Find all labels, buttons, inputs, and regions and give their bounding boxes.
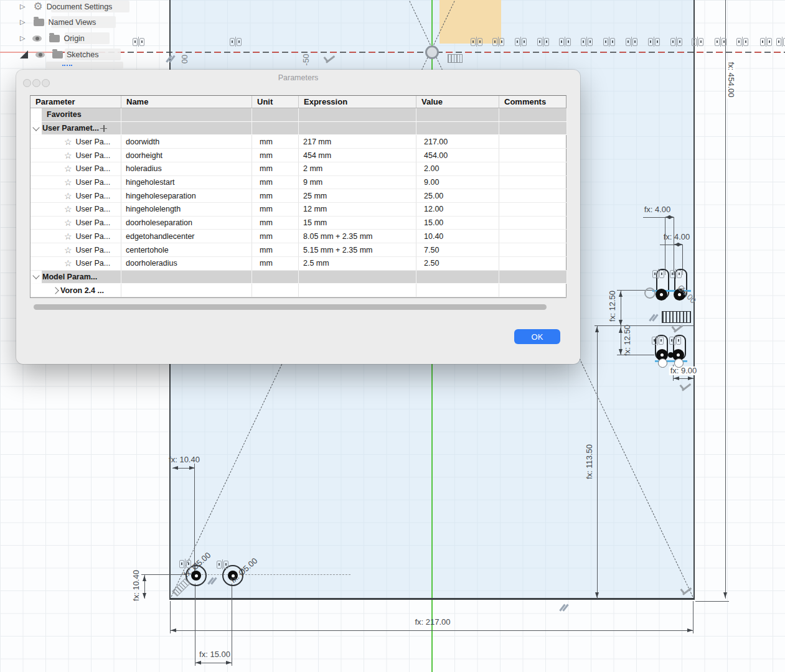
symmetry-constraint-icon[interactable] bbox=[670, 269, 682, 279]
symmetry-constraint-icon[interactable] bbox=[133, 37, 144, 47]
dim-label-slot-4b[interactable]: fx: 4.00 bbox=[664, 233, 690, 241]
param-unit-cell[interactable]: mm bbox=[252, 259, 273, 268]
symmetry-constraint-icon[interactable] bbox=[559, 37, 571, 47]
chevron-down-icon[interactable] bbox=[32, 273, 39, 279]
expand-arrow-icon[interactable]: ▷ bbox=[20, 35, 25, 42]
symmetry-constraint-icon[interactable] bbox=[715, 37, 726, 47]
symmetry-constraint-icon[interactable] bbox=[736, 37, 748, 47]
param-expression-cell[interactable]: 12 mm bbox=[299, 205, 327, 213]
param-expression-cell[interactable]: 217 mm bbox=[299, 138, 331, 146]
dim-line-217[interactable] bbox=[170, 630, 693, 631]
tangent-constraint-icon[interactable] bbox=[680, 381, 693, 394]
tree-item-document-settings[interactable]: ▷ ⚙ Document Settings bbox=[20, 1, 112, 12]
symmetry-constraint-icon[interactable] bbox=[760, 37, 772, 47]
x-axis-construction-line[interactable] bbox=[60, 52, 785, 53]
dim-label-edge-to-handle-h[interactable]: fx: 10.40 bbox=[169, 455, 200, 464]
param-expression-cell[interactable]: 5.15 mm + 2.35 mm bbox=[299, 246, 373, 254]
tree-item-label[interactable]: Sketches bbox=[67, 50, 98, 59]
chevron-down-icon[interactable] bbox=[32, 124, 39, 131]
section-row[interactable]: User Paramet... bbox=[31, 122, 566, 136]
favorite-star-icon[interactable]: ☆ bbox=[64, 177, 72, 187]
param-name-cell[interactable]: doorholeradius bbox=[121, 259, 177, 268]
symmetry-constraint-icon[interactable] bbox=[652, 335, 664, 345]
param-unit-cell[interactable]: mm bbox=[252, 218, 273, 227]
symmetry-constraint-icon[interactable] bbox=[669, 335, 681, 345]
col-header-comments[interactable]: Comments bbox=[499, 96, 567, 108]
col-header-parameter[interactable]: Parameter bbox=[31, 96, 121, 108]
expand-arrow-icon[interactable]: ▷ bbox=[20, 19, 25, 26]
symmetry-constraint-icon[interactable] bbox=[670, 37, 682, 47]
tree-item-label[interactable]: Named Views bbox=[48, 18, 96, 27]
parallel-constraint-icon[interactable] bbox=[166, 54, 176, 64]
param-unit-cell[interactable]: mm bbox=[252, 178, 273, 187]
favorite-star-icon[interactable]: ☆ bbox=[64, 218, 72, 228]
parameter-row[interactable]: ☆User Pa...doorwidthmm217 mm217.00 bbox=[31, 135, 566, 149]
dim-label-hinge-start[interactable]: fx: 9.00 bbox=[669, 366, 698, 375]
symmetry-constraint-icon[interactable] bbox=[581, 37, 593, 47]
tree-item-sketches[interactable]: Sketches bbox=[20, 49, 98, 60]
param-value-cell[interactable]: 12.00 bbox=[416, 205, 443, 213]
active-edit-triangle-icon[interactable] bbox=[20, 50, 28, 58]
param-value-cell[interactable]: 7.50 bbox=[416, 246, 439, 254]
param-unit-cell[interactable]: mm bbox=[252, 164, 273, 173]
parallel-constraint-icon[interactable] bbox=[559, 603, 569, 613]
param-value-cell[interactable]: 2.50 bbox=[416, 259, 439, 268]
param-name-cell[interactable]: hingeholelength bbox=[121, 205, 181, 213]
dim-line-454[interactable] bbox=[725, 0, 726, 599]
param-unit-cell[interactable]: mm bbox=[252, 151, 273, 160]
param-expression-cell[interactable]: 15 mm bbox=[299, 218, 327, 227]
param-name-cell[interactable]: hingeholeseparation bbox=[121, 192, 196, 200]
symmetry-constraint-icon[interactable] bbox=[603, 37, 615, 47]
hinge-end-circle[interactable] bbox=[674, 358, 684, 368]
param-name-cell[interactable]: edgetohandlecenter bbox=[121, 232, 195, 241]
dim-label-door-height[interactable]: fx: 454.00 bbox=[726, 60, 735, 98]
col-header-unit[interactable]: Unit bbox=[252, 96, 299, 108]
symmetry-constraint-icon[interactable] bbox=[471, 37, 482, 47]
favorite-star-icon[interactable]: ☆ bbox=[64, 231, 72, 241]
favorite-star-icon[interactable]: ☆ bbox=[64, 204, 72, 214]
origin-point[interactable] bbox=[425, 45, 439, 59]
param-value-cell[interactable]: 15.00 bbox=[416, 218, 443, 227]
param-name-cell[interactable]: doorholeseparation bbox=[121, 218, 192, 227]
param-name-cell[interactable]: holeradius bbox=[121, 164, 162, 173]
param-value-cell[interactable]: 2.00 bbox=[416, 164, 439, 173]
parameter-row[interactable]: ☆User Pa...centertoholemm5.15 mm + 2.35 … bbox=[31, 243, 566, 257]
param-value-cell[interactable]: 10.40 bbox=[416, 232, 443, 241]
param-value-cell[interactable]: 217.00 bbox=[416, 138, 448, 146]
parameter-row[interactable]: ☆User Pa...doorholeseparationmm15 mm15.0… bbox=[31, 217, 566, 230]
tangent-constraint-icon[interactable] bbox=[672, 322, 685, 336]
param-expression-cell[interactable]: 2.5 mm bbox=[299, 259, 329, 268]
favorite-star-icon[interactable]: ☆ bbox=[64, 137, 72, 147]
section-row[interactable]: Model Param... bbox=[31, 271, 566, 284]
hinge-hole-a1[interactable] bbox=[656, 289, 667, 301]
parallel-constraint-icon[interactable] bbox=[207, 576, 217, 586]
parameter-row[interactable]: ☆User Pa...doorheightmm454 mm454.00 bbox=[31, 149, 566, 162]
favorite-star-icon[interactable]: ☆ bbox=[64, 151, 72, 161]
symmetry-constraint-icon[interactable] bbox=[515, 37, 527, 47]
dim-line-113[interactable] bbox=[597, 326, 598, 599]
param-name-cell[interactable]: centertohole bbox=[121, 246, 169, 254]
symmetry-constraint-icon[interactable] bbox=[492, 37, 504, 47]
symmetry-constraint-icon[interactable] bbox=[217, 559, 228, 569]
chevron-right-icon[interactable] bbox=[52, 287, 59, 294]
tangent-constraint-icon[interactable] bbox=[324, 53, 337, 67]
param-expression-cell[interactable]: 9 mm bbox=[299, 178, 322, 187]
param-value-cell[interactable]: 9.00 bbox=[416, 178, 439, 187]
favorite-star-icon[interactable]: ☆ bbox=[64, 164, 72, 174]
fixed-constraint-icon[interactable] bbox=[448, 54, 463, 63]
group-row[interactable]: Voron 2.4 ... bbox=[31, 284, 566, 297]
symmetry-constraint-icon[interactable] bbox=[179, 559, 191, 569]
symmetry-constraint-icon[interactable] bbox=[648, 37, 660, 47]
param-expression-cell[interactable]: 454 mm bbox=[299, 151, 331, 160]
col-header-expression[interactable]: Expression bbox=[299, 96, 416, 108]
door-bottom-edge[interactable] bbox=[169, 598, 695, 600]
parameter-row[interactable]: ☆User Pa...edgetohandlecentermm8.05 mm +… bbox=[31, 230, 566, 243]
favorite-star-icon[interactable]: ☆ bbox=[64, 245, 72, 255]
param-expression-cell[interactable]: 25 mm bbox=[299, 192, 327, 200]
tree-item-label[interactable]: Document Settings bbox=[47, 2, 113, 11]
param-unit-cell[interactable]: mm bbox=[252, 192, 273, 200]
param-unit-cell[interactable]: mm bbox=[252, 205, 273, 213]
hinge-end-circle[interactable] bbox=[658, 358, 667, 368]
parameter-row[interactable]: ☆User Pa...holeradiusmm2 mm2.00 bbox=[31, 162, 566, 176]
symmetry-constraint-icon[interactable] bbox=[230, 37, 242, 47]
